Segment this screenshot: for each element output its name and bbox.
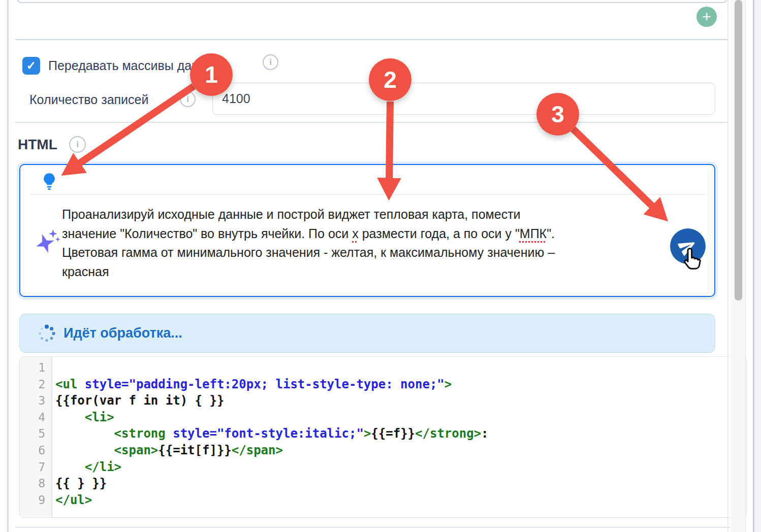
html-section-title: HTML [18, 135, 57, 154]
prompt-line: Проанализируй исходные данные и построй … [62, 205, 667, 224]
record-count-label: Количество записей [29, 90, 148, 109]
annotation-badge-1: 1 [190, 53, 233, 96]
line-number: 8 [20, 475, 45, 492]
bottom-divider [15, 527, 745, 528]
page-margin [754, 0, 761, 532]
prompt-line: красная [62, 262, 667, 282]
pass-arrays-checkbox[interactable]: ✓ [22, 57, 40, 75]
annotation-badge-2: 2 [369, 58, 411, 101]
line-number: 9 [20, 492, 45, 509]
scrollbar-thumb[interactable] [735, 0, 742, 301]
panel-right-border [727, 0, 728, 532]
line-number: 6 [20, 442, 45, 459]
code-line: </li> [55, 459, 746, 476]
code-line: <span>{{=it[f]}}</span> [55, 442, 746, 459]
code-line: <li> [55, 409, 746, 426]
code-line: <ul style="padding-left:20px; list-style… [55, 376, 746, 393]
record-count-input[interactable] [212, 83, 715, 115]
section-divider [15, 39, 727, 40]
panel-left-border [7, 0, 9, 532]
plus-icon: + [702, 8, 711, 25]
sparkles-icon [36, 228, 61, 255]
checkmark-icon: ✓ [26, 59, 36, 73]
section-divider [15, 122, 727, 123]
prompt-line: Цветовая гамма от минимального значения … [62, 243, 667, 262]
lightbulb-icon [42, 173, 57, 191]
record-count-info-icon[interactable]: i [180, 91, 196, 107]
add-button[interactable]: + [696, 7, 717, 27]
top-card-bottom-edge [17, 0, 727, 3]
prompt-divider [30, 194, 705, 195]
send-button[interactable] [670, 228, 706, 264]
prompt-text[interactable]: Проанализируй исходные данные и построй … [62, 205, 667, 281]
processing-label: Идёт обработка... [64, 325, 182, 341]
code-line [55, 359, 746, 376]
code-editor[interactable]: 123456789 <ul style="padding-left:20px; … [19, 356, 747, 518]
spinner-icon [37, 324, 56, 343]
prompt-line: значение "Количество" во внутрь ячейки. … [62, 224, 667, 244]
code-line: {{ } }} [55, 475, 746, 492]
line-number: 3 [20, 392, 45, 409]
line-number: 1 [20, 359, 45, 376]
processing-banner: Идёт обработка... [19, 314, 715, 353]
ai-prompt-box[interactable]: Проанализируй исходные данные и построй … [19, 164, 715, 297]
code-line: </ul> [55, 492, 746, 509]
line-number: 5 [20, 425, 45, 442]
code-line: {{for(var f in it) { }} [55, 392, 746, 409]
scroll-area-border [745, 0, 746, 532]
line-number: 2 [20, 376, 45, 393]
html-info-icon[interactable]: i [69, 136, 86, 153]
line-number: 4 [20, 409, 45, 426]
paper-plane-icon [675, 233, 701, 259]
code-gutter: 123456789 [20, 357, 52, 517]
code-lines[interactable]: <ul style="padding-left:20px; list-style… [52, 357, 746, 517]
spellcheck-word: МПК [520, 226, 547, 241]
line-number: 7 [20, 459, 45, 476]
spellcheck-word: x [352, 226, 359, 241]
pass-arrays-info-icon[interactable]: i [263, 54, 278, 70]
code-line: <strong style="font-style:italic;">{{=f}… [55, 425, 746, 442]
annotation-badge-3: 3 [536, 93, 579, 136]
page: + ✓ Передавать массивы данных i Количест… [0, 0, 761, 532]
